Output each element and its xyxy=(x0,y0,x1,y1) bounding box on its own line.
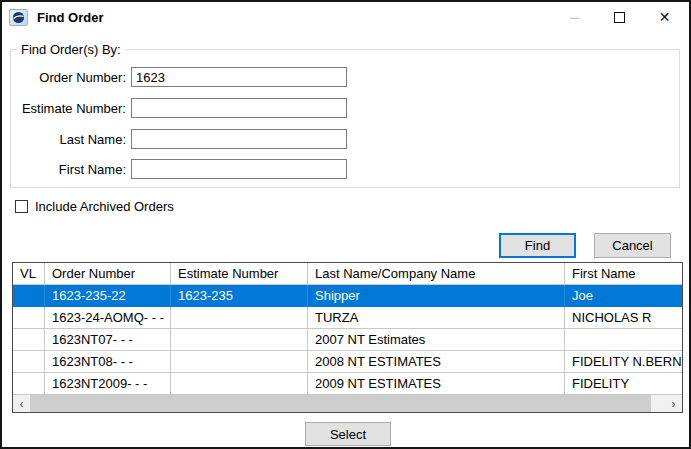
estimate-number-label: Estimate Number: xyxy=(11,101,126,116)
horizontal-scrollbar[interactable]: ‹ › xyxy=(13,395,682,412)
cell-vl xyxy=(13,373,45,395)
cell-order-number: 1623NT07- - - xyxy=(45,329,171,351)
groupbox-legend: Find Order(s) By: xyxy=(17,42,125,57)
cell-vl xyxy=(13,307,45,329)
cell-estimate-number xyxy=(171,373,308,395)
cell-order-number: 1623-235-22 xyxy=(45,285,171,307)
cell-estimate-number: 1623-235 xyxy=(171,285,308,307)
cell-first-name: FIDELITY N.BERN xyxy=(565,351,682,373)
last-name-input[interactable] xyxy=(131,129,347,149)
column-header-first-name[interactable]: First Name xyxy=(565,263,682,285)
results-table: VL Order Number Estimate Number Last Nam… xyxy=(12,262,683,413)
cell-first-name: Joe xyxy=(565,285,682,307)
window-title: Find Order xyxy=(37,10,103,25)
title-bar: Find Order ─ ✕ xyxy=(2,2,689,32)
first-name-input[interactable] xyxy=(131,159,347,179)
column-header-estimate-number[interactable]: Estimate Number xyxy=(171,263,308,285)
table-row[interactable]: 1623-235-22 1623-235 Shipper Joe xyxy=(13,285,682,307)
find-orders-by-group: Find Order(s) By: Order Number: Estimate… xyxy=(10,49,680,188)
minimize-button: ─ xyxy=(552,2,597,32)
cell-last-name: 2009 NT ESTIMATES xyxy=(308,373,565,395)
maximize-icon xyxy=(614,12,625,23)
table-row[interactable]: 1623NT2009- - - 2009 NT ESTIMATES FIDELI… xyxy=(13,373,682,395)
find-order-dialog: Find Order ─ ✕ Find Order(s) By: Order N… xyxy=(0,0,691,449)
cell-estimate-number xyxy=(171,329,308,351)
cell-estimate-number xyxy=(171,351,308,373)
first-name-label: First Name: xyxy=(11,162,126,177)
order-number-input[interactable] xyxy=(131,67,347,87)
maximize-button[interactable] xyxy=(597,2,642,32)
scroll-right-icon[interactable]: › xyxy=(665,395,682,412)
table-header-row: VL Order Number Estimate Number Last Nam… xyxy=(13,263,682,285)
scroll-left-icon[interactable]: ‹ xyxy=(13,395,30,412)
cell-first-name xyxy=(565,329,682,351)
cell-last-name: 2007 NT Estimates xyxy=(308,329,565,351)
cell-first-name: FIDELITY xyxy=(565,373,682,395)
column-header-vl[interactable]: VL xyxy=(13,263,45,285)
column-header-order-number[interactable]: Order Number xyxy=(45,263,171,285)
table-row[interactable]: 1623NT07- - - 2007 NT Estimates xyxy=(13,329,682,351)
cell-last-name: TURZA xyxy=(308,307,565,329)
cell-vl xyxy=(13,285,45,307)
include-archived-row: Include Archived Orders xyxy=(15,199,174,214)
estimate-number-input[interactable] xyxy=(131,98,347,118)
cell-vl xyxy=(13,351,45,373)
scrollbar-thumb[interactable] xyxy=(30,395,651,412)
include-archived-checkbox[interactable] xyxy=(15,200,28,213)
table-row[interactable]: 1623-24-AOMQ- - - TURZA NICHOLAS R xyxy=(13,307,682,329)
find-button[interactable]: Find xyxy=(499,233,576,258)
cell-estimate-number xyxy=(171,307,308,329)
cancel-button[interactable]: Cancel xyxy=(594,233,671,258)
cell-first-name: NICHOLAS R xyxy=(565,307,682,329)
cell-last-name: Shipper xyxy=(308,285,565,307)
cell-last-name: 2008 NT ESTIMATES xyxy=(308,351,565,373)
cell-order-number: 1623NT08- - - xyxy=(45,351,171,373)
table-row[interactable]: 1623NT08- - - 2008 NT ESTIMATES FIDELITY… xyxy=(13,351,682,373)
select-button[interactable]: Select xyxy=(305,422,391,446)
cell-order-number: 1623NT2009- - - xyxy=(45,373,171,395)
app-logo-icon xyxy=(9,9,28,26)
column-header-last-name[interactable]: Last Name/Company Name xyxy=(308,263,565,285)
last-name-label: Last Name: xyxy=(11,132,126,147)
close-button[interactable]: ✕ xyxy=(642,2,687,32)
cell-order-number: 1623-24-AOMQ- - - xyxy=(45,307,171,329)
order-number-label: Order Number: xyxy=(11,70,126,85)
include-archived-label: Include Archived Orders xyxy=(35,199,174,214)
window-controls: ─ ✕ xyxy=(552,2,687,32)
cell-vl xyxy=(13,329,45,351)
